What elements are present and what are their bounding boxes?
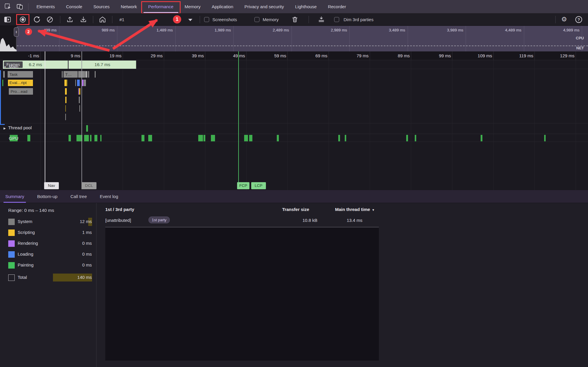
capture-settings-gear-icon[interactable]: ⚙ — [561, 16, 567, 23]
collapse-tracks-icon[interactable] — [318, 16, 325, 23]
main-track-selection-border-bottom — [0, 124, 5, 125]
tab-elements[interactable]: Elements — [31, 0, 61, 13]
bottom-tab-call-tree[interactable]: Call tree — [70, 190, 87, 203]
gpu-activity-bar[interactable] — [244, 135, 248, 141]
tab-sources[interactable]: Sources — [88, 0, 115, 13]
main-flame-sliver — [62, 71, 63, 78]
bottom-tab-summary[interactable]: Summary — [5, 190, 24, 203]
gpu-activity-bar[interactable] — [481, 135, 482, 141]
tab-recorder[interactable]: Recorder — [322, 0, 352, 13]
tab-memory[interactable]: Memory — [179, 0, 206, 13]
flame-chart-area[interactable]: -1 ms9 ms19 ms29 ms39 ms49 ms59 ms69 ms7… — [0, 51, 588, 190]
flame-bar-label: Pro…ead — [9, 88, 33, 95]
thread-pool-activity-bar[interactable] — [86, 125, 88, 132]
party-row-main-thread-time: 13.4 ms — [302, 218, 362, 223]
main-flame-bar-task[interactable]: Task — [8, 71, 33, 78]
devtools-tab-bar: ElementsConsoleSourcesNetworkPerformance… — [0, 0, 588, 13]
legend-swatch — [8, 251, 15, 258]
main-track-selection-border — [0, 70, 1, 125]
tab-application[interactable]: Application — [206, 0, 239, 13]
main-flame-bar-t[interactable]: T… — [64, 71, 78, 78]
overview-tick-label: 989 ms — [71, 28, 115, 32]
gpu-activity-bar[interactable] — [211, 135, 215, 141]
fcp-marker-chip[interactable]: FCP — [237, 182, 249, 189]
clear-icon[interactable] — [46, 16, 54, 23]
tab-privacy-and-security[interactable]: Privacy and security — [239, 0, 289, 13]
collect-garbage-icon[interactable] — [291, 16, 299, 23]
lcp-marker-chip[interactable]: LCP — [251, 182, 266, 189]
dim-3rd-parties-label[interactable]: Dim 3rd parties — [344, 17, 374, 22]
dim-3rd-parties-checkbox[interactable] — [334, 17, 339, 22]
gpu-activity-bar[interactable] — [415, 135, 416, 141]
dcl-marker-chip[interactable]: DCL — [81, 182, 96, 189]
record-button[interactable] — [19, 16, 26, 23]
thread-pool-track-header[interactable]: ▶Thread pool — [4, 125, 32, 130]
inspect-element-icon[interactable] — [4, 3, 11, 10]
nav-marker-chip[interactable]: Nav — [44, 182, 59, 189]
legend-row-painting: Painting0 ms — [0, 262, 96, 269]
gpu-activity-bar[interactable] — [94, 135, 97, 141]
timeline-overview[interactable]: 489 ms989 ms1,489 ms1,989 ms2,489 ms2,98… — [0, 26, 588, 51]
legend-value: 12 ms — [80, 219, 92, 224]
download-profile-icon[interactable] — [80, 16, 87, 23]
overview-net-label: NET — [576, 46, 584, 50]
tab-network[interactable]: Network — [115, 0, 143, 13]
gpu-activity-bar[interactable] — [544, 135, 546, 141]
home-icon[interactable] — [99, 16, 106, 23]
gpu-activity-bar[interactable] — [406, 135, 408, 141]
memory-label[interactable]: Memory — [263, 17, 279, 22]
gpu-track-header[interactable]: GPU — [9, 136, 19, 141]
frame-duration-label: 16.7 ms — [69, 61, 136, 69]
main-flame-bar-pro-ead[interactable]: Pro…ead — [9, 88, 33, 95]
performance-toolbar: #1 1 Screenshots Memory Dim 3rd parties … — [0, 13, 588, 26]
gpu-activity-bar[interactable] — [345, 135, 346, 141]
screenshots-label[interactable]: Screenshots — [212, 17, 237, 22]
gpu-activity-bar[interactable] — [198, 135, 203, 141]
main-thread-time-column-header[interactable]: Main thread time▼ — [314, 207, 375, 212]
transfer-size-column-header[interactable]: Transfer size — [255, 207, 309, 212]
gpu-activity-bar[interactable] — [148, 135, 152, 141]
track-gridline — [164, 60, 164, 190]
main-flame-bar-eval-ript[interactable]: Eval…ript — [8, 80, 33, 86]
main-flame-sliver — [79, 88, 80, 95]
gpu-activity-bar[interactable] — [249, 135, 252, 141]
gpu-activity-bar[interactable] — [204, 135, 205, 141]
sort-descending-icon: ▼ — [372, 208, 375, 212]
toolbar-divider — [60, 16, 60, 23]
screenshots-checkbox[interactable] — [204, 17, 209, 22]
upload-profile-icon[interactable] — [66, 16, 74, 23]
main-thread-time-label: Main thread time — [335, 207, 370, 212]
main-flame-sliver — [65, 105, 66, 112]
gpu-activity-bar[interactable] — [338, 135, 340, 141]
main-track-header[interactable]: ▼Main — [4, 64, 18, 69]
overview-window-handle[interactable]: ‖ — [14, 27, 19, 37]
legend-swatch — [8, 240, 15, 247]
show-sidebar-icon[interactable] — [4, 16, 11, 23]
device-toolbar-icon[interactable] — [16, 3, 24, 10]
tab-performance[interactable]: Performance — [143, 0, 179, 13]
history-dropdown-caret[interactable] — [188, 19, 192, 21]
legend-swatch — [8, 262, 15, 269]
gpu-activity-bar[interactable] — [69, 135, 71, 141]
legend-row-scripting: Scripting1 ms — [0, 229, 96, 237]
gpu-activity-bar[interactable] — [277, 135, 279, 141]
session-label[interactable]: #1 — [119, 17, 124, 22]
record-and-reload-icon[interactable] — [33, 16, 41, 23]
bottom-tab-event-log[interactable]: Event log — [100, 190, 118, 203]
help-icon[interactable]: ? — [575, 16, 582, 23]
tab-console[interactable]: Console — [61, 0, 88, 13]
toolbar-divider — [309, 16, 309, 23]
memory-checkbox[interactable] — [254, 17, 259, 22]
overview-gridline — [233, 26, 234, 51]
gpu-activity-bar[interactable] — [90, 135, 91, 141]
gpu-activity-bar[interactable] — [27, 135, 30, 141]
gpu-activity-bar[interactable] — [84, 135, 89, 141]
track-separator — [0, 69, 588, 69]
dcl-marker-line — [81, 51, 82, 189]
toolbar-divider — [555, 16, 556, 23]
tab-lighthouse[interactable]: Lighthouse — [289, 0, 322, 13]
gpu-activity-bar[interactable] — [100, 135, 101, 141]
bottom-tab-bottom-up[interactable]: Bottom-up — [37, 190, 57, 203]
gpu-activity-bar[interactable] — [141, 135, 144, 141]
frame-duration-block[interactable]: 16.7 ms — [69, 61, 136, 69]
